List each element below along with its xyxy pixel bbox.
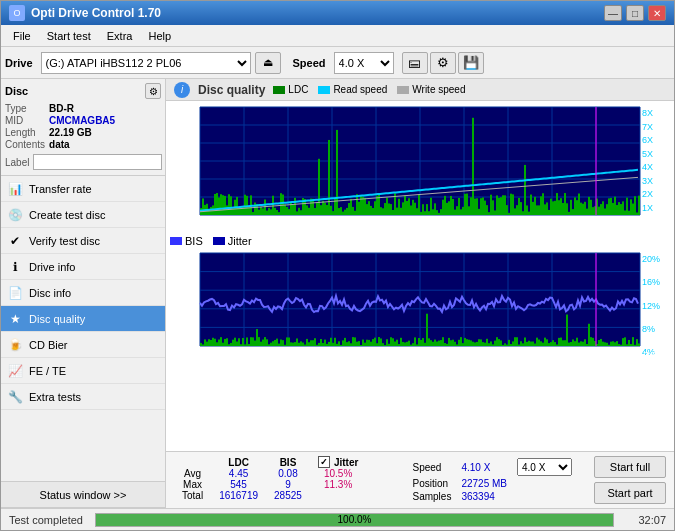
disc-quality-header: i Disc quality LDC Read speed Write spee… [166,79,674,101]
mid-label: MID [5,115,45,126]
drive-info-label: Drive info [29,261,75,273]
speed-stat-select[interactable]: 4.0 X [517,458,572,476]
max-ldc: 545 [211,479,266,490]
disc-info-icon: 📄 [7,285,23,301]
sidebar-item-create-test-disc[interactable]: 💿 Create test disc [1,202,165,228]
title-bar: O Opti Drive Control 1.70 — □ ✕ [1,1,674,25]
verify-test-disc-label: Verify test disc [29,235,100,247]
disc-section: Disc ⚙ Type BD-R MID CMCMAGBA5 Length 22… [1,79,165,176]
app-icon: O [9,5,25,21]
speed-stats-table: Speed 4.10 X 4.0 X Position 22725 MB [407,456,579,504]
status-text: Test completed [9,514,83,526]
start-full-button[interactable]: Start full [594,456,666,478]
cd-bier-icon: 🍺 [7,337,23,353]
sidebar-item-verify-test-disc[interactable]: ✔ Verify test disc [1,228,165,254]
start-part-button[interactable]: Start part [594,482,666,504]
contents-value: data [49,139,161,150]
jitter-col-header: Jitter [334,457,358,468]
menu-file[interactable]: File [5,28,39,44]
contents-label: Contents [5,139,45,150]
bis-col-header: BIS [266,456,310,468]
sidebar-item-disc-info[interactable]: 📄 Disc info [1,280,165,306]
disc-settings-btn[interactable]: ⚙ [145,83,161,99]
jitter-checkbox[interactable]: ✓ [318,456,330,468]
samples-label: Samples [409,491,456,502]
max-jitter: 11.3% [310,479,366,490]
fe-te-label: FE / TE [29,365,66,377]
max-label: Max [174,479,211,490]
toolbar-icons: 🖴 ⚙ 💾 [402,52,484,74]
sidebar-item-extra-tests[interactable]: 🔧 Extra tests [1,384,165,410]
avg-jitter: 10.5% [310,468,366,479]
close-button[interactable]: ✕ [648,5,666,21]
read-speed-label: Read speed [333,84,387,95]
ldc-label: LDC [288,84,308,95]
drive-select[interactable]: (G:) ATAPI iHBS112 2 PL06 [41,52,251,74]
disc-info-label: Disc info [29,287,71,299]
sidebar-item-transfer-rate[interactable]: 📊 Transfer rate [1,176,165,202]
read-speed-color [318,86,330,94]
toolbar-icon-3[interactable]: 💾 [458,52,484,74]
disc-section-title: Disc [5,85,28,97]
legend-bis: BIS [170,235,203,247]
toolbar-icon-1[interactable]: 🖴 [402,52,428,74]
maximize-button[interactable]: □ [626,5,644,21]
bottom-legend: BIS Jitter [170,233,670,249]
total-bis: 28525 [266,490,310,501]
sidebar: Disc ⚙ Type BD-R MID CMCMAGBA5 Length 22… [1,79,166,508]
menu-start-test[interactable]: Start test [39,28,99,44]
write-speed-label: Write speed [412,84,465,95]
sidebar-item-disc-quality[interactable]: ★ Disc quality [1,306,165,332]
legend-ldc: LDC [273,84,308,95]
menu-help[interactable]: Help [140,28,179,44]
legend-read-speed: Read speed [318,84,387,95]
title-bar-left: O Opti Drive Control 1.70 [9,5,161,21]
stats-table-container: LDC BIS ✓ Jitter Avg 4.45 [174,456,366,501]
right-stats: Speed 4.10 X 4.0 X Position 22725 MB [407,456,667,504]
ldc-col-header: LDC [211,456,266,468]
create-test-disc-icon: 💿 [7,207,23,223]
speed-stat-value: 4.10 X [457,458,511,476]
type-value: BD-R [49,103,161,114]
drive-label: Drive [5,57,33,69]
stats-bar: LDC BIS ✓ Jitter Avg 4.45 [166,451,674,508]
charts-container: BIS Jitter [166,101,674,451]
menu-extra[interactable]: Extra [99,28,141,44]
sidebar-item-fe-te[interactable]: 📈 FE / TE [1,358,165,384]
eject-button[interactable]: ⏏ [255,52,281,74]
cd-bier-label: CD Bier [29,339,68,351]
label-input[interactable] [33,154,162,170]
speed-label: Speed [293,57,326,69]
menu-bar: File Start test Extra Help [1,25,674,47]
ldc-chart [170,103,670,233]
window-title: Opti Drive Control 1.70 [31,6,161,20]
length-label: Length [5,127,45,138]
fe-te-icon: 📈 [7,363,23,379]
sidebar-item-cd-bier[interactable]: 🍺 CD Bier [1,332,165,358]
disc-header: Disc ⚙ [5,83,161,99]
avg-ldc: 4.45 [211,468,266,479]
stats-table: LDC BIS ✓ Jitter Avg 4.45 [174,456,366,501]
sidebar-item-drive-info[interactable]: ℹ Drive info [1,254,165,280]
disc-info-grid: Type BD-R MID CMCMAGBA5 Length 22.19 GB … [5,103,161,150]
jitter-header: ✓ Jitter [318,456,358,468]
total-ldc: 1616719 [211,490,266,501]
speed-select[interactable]: 4.0 X [334,52,394,74]
main-window: O Opti Drive Control 1.70 — □ ✕ File Sta… [0,0,675,531]
max-bis: 9 [266,479,310,490]
disc-quality-label: Disc quality [29,313,85,325]
title-bar-controls: — □ ✕ [604,5,666,21]
sidebar-bottom: Status window >> [1,481,165,508]
progress-bar-container: 100.0% [95,513,614,527]
toolbar-icon-2[interactable]: ⚙ [430,52,456,74]
bis-chart [170,249,670,364]
type-label: Type [5,103,45,114]
position-value: 22725 MB [457,478,511,489]
progress-text: 100.0% [96,514,613,526]
legend-jitter: Jitter [213,235,252,247]
minimize-button[interactable]: — [604,5,622,21]
status-window-button[interactable]: Status window >> [1,482,165,508]
toolbar: Drive (G:) ATAPI iHBS112 2 PL06 ⏏ Speed … [1,47,674,79]
transfer-rate-icon: 📊 [7,181,23,197]
time-display: 32:07 [626,514,666,526]
